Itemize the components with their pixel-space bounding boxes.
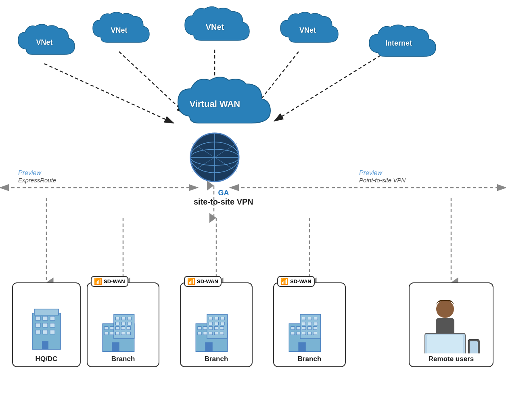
preview-point-to-site: Preview Point-to-site VPN [359, 169, 406, 184]
svg-rect-52 [127, 332, 130, 334]
svg-rect-57 [121, 322, 125, 325]
svg-rect-47 [127, 327, 130, 330]
svg-rect-40 [42, 341, 48, 349]
svg-rect-74 [221, 317, 224, 320]
svg-rect-49 [110, 332, 114, 334]
sdwan-badge-3: 📶 SD-WAN [277, 276, 315, 287]
preview-expressroute: Preview ExpressRoute [18, 169, 56, 184]
svg-rect-82 [297, 327, 300, 330]
diagram: VNet VNet VNet VNet Internet Virtual WAN [0, 0, 506, 420]
svg-rect-94 [302, 322, 306, 325]
svg-point-98 [436, 300, 454, 318]
svg-rect-72 [209, 317, 213, 320]
wifi-icon-3: 📶 [280, 278, 289, 285]
svg-rect-33 [50, 316, 55, 320]
svg-rect-31 [36, 316, 40, 320]
svg-rect-66 [220, 327, 224, 330]
svg-rect-46 [121, 327, 125, 330]
svg-rect-73 [215, 317, 218, 320]
svg-rect-101 [427, 335, 463, 353]
vnet3-cloud: VNet [178, 2, 252, 52]
svg-rect-71 [220, 332, 224, 334]
vnet1-cloud: VNet [12, 20, 77, 65]
svg-rect-87 [297, 332, 300, 334]
svg-rect-83 [302, 327, 306, 330]
wifi-icon-2: 📶 [187, 278, 195, 285]
svg-rect-44 [110, 327, 114, 330]
virtualwan-cloud: Virtual WAN [155, 71, 274, 137]
svg-rect-90 [313, 332, 317, 334]
vnet4-cloud: VNet [274, 8, 341, 52]
svg-rect-95 [308, 322, 312, 325]
central-hub [186, 129, 243, 186]
svg-rect-30 [34, 309, 59, 315]
svg-rect-55 [128, 317, 131, 320]
svg-rect-53 [116, 317, 119, 320]
svg-rect-69 [209, 332, 213, 334]
svg-rect-78 [205, 342, 212, 351]
svg-rect-104 [470, 341, 478, 353]
hqdc-node: HQ/DC [12, 282, 81, 367]
svg-rect-32 [43, 316, 48, 320]
wifi-icon-1: 📶 [94, 278, 102, 285]
vnet2-cloud: VNet [87, 8, 151, 52]
svg-rect-85 [313, 327, 317, 330]
svg-rect-58 [128, 322, 131, 325]
svg-rect-81 [291, 327, 295, 330]
svg-rect-77 [221, 322, 224, 325]
svg-rect-54 [121, 317, 125, 320]
svg-rect-91 [302, 317, 306, 320]
svg-rect-84 [307, 327, 311, 330]
svg-rect-43 [105, 327, 108, 330]
svg-rect-76 [215, 322, 218, 325]
svg-rect-75 [209, 322, 213, 325]
svg-rect-63 [203, 327, 207, 330]
sdwan-badge-1: 📶 SD-WAN [91, 276, 128, 287]
svg-rect-35 [43, 323, 48, 327]
svg-rect-38 [43, 330, 48, 334]
svg-rect-97 [298, 342, 305, 351]
svg-rect-51 [121, 332, 125, 334]
remote-users-node: Remote users [409, 282, 493, 367]
svg-rect-68 [203, 332, 207, 334]
svg-rect-56 [116, 322, 119, 325]
svg-rect-48 [105, 332, 108, 334]
svg-rect-96 [314, 322, 318, 325]
svg-rect-59 [112, 342, 119, 351]
svg-rect-89 [307, 332, 311, 334]
svg-rect-92 [308, 317, 312, 320]
branch3-node: 📶 SD-WAN Branch [273, 282, 346, 367]
sdwan-badge-2: 📶 SD-WAN [184, 276, 222, 287]
svg-rect-64 [209, 327, 213, 330]
svg-rect-93 [314, 317, 318, 320]
svg-rect-34 [36, 323, 40, 327]
svg-rect-86 [291, 332, 295, 334]
svg-rect-39 [50, 330, 55, 334]
svg-rect-45 [116, 327, 119, 330]
svg-rect-88 [302, 332, 306, 334]
svg-rect-70 [214, 332, 218, 334]
svg-rect-67 [198, 332, 201, 334]
svg-rect-50 [116, 332, 119, 334]
internet-cloud: Internet [358, 20, 439, 67]
svg-line-0 [44, 64, 174, 123]
ga-label: GA site-to-site VPN [194, 189, 253, 207]
svg-rect-36 [50, 323, 55, 327]
branch2-node: 📶 SD-WAN Branch [180, 282, 253, 367]
branch1-node: 📶 SD-WAN Branch [87, 282, 159, 367]
svg-rect-37 [36, 330, 40, 334]
svg-rect-62 [198, 327, 201, 330]
svg-rect-65 [214, 327, 218, 330]
